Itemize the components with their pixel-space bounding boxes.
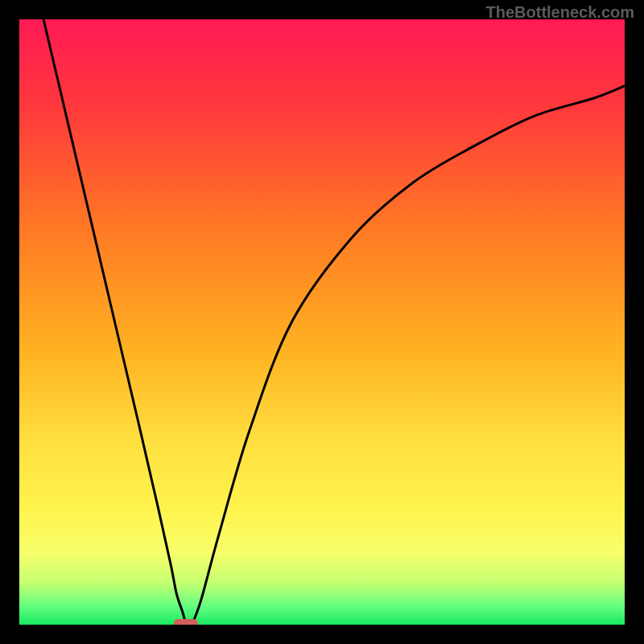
gradient-background xyxy=(19,19,625,625)
bottleneck-marker xyxy=(174,619,198,625)
gradient-chart xyxy=(19,19,625,625)
chart-frame xyxy=(19,19,625,625)
watermark: TheBottleneck.com xyxy=(486,3,634,22)
